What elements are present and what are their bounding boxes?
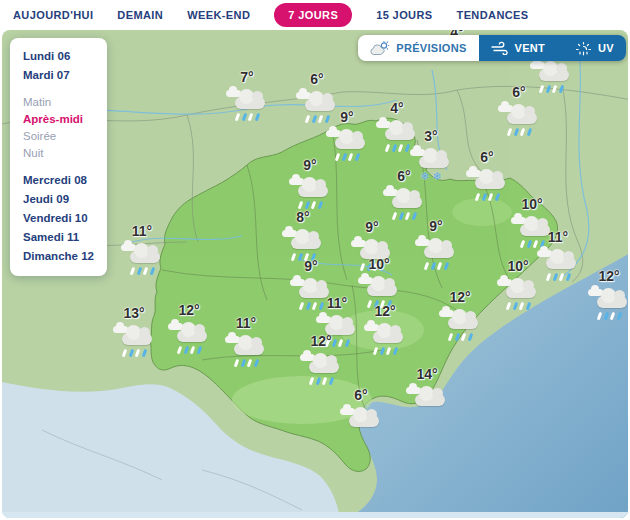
uv-button[interactable]: UV <box>561 35 626 61</box>
forecast-map[interactable]: Lundi 06Mardi 07MatinAprès-midiSoiréeNui… <box>2 30 628 518</box>
sidebar-period-apr-s-midi[interactable]: Après-midi <box>23 111 83 128</box>
sidebar-period-nuit[interactable]: Nuit <box>23 145 43 162</box>
sidebar-day-mardi-07[interactable]: Mardi 07 <box>23 66 70 85</box>
sidebar-day-vendredi-10[interactable]: Vendredi 10 <box>23 209 88 228</box>
map-bottom-edge <box>2 512 628 518</box>
period-nav: AUJOURD'HUIDEMAINWEEK-END7 JOURS15 JOURS… <box>0 0 630 30</box>
sidebar-period-matin[interactable]: Matin <box>23 94 51 111</box>
sidebar-day-mercredi-08[interactable]: Mercredi 08 <box>23 171 87 190</box>
nav-tab-15-jours[interactable]: 15 JOURS <box>376 5 432 25</box>
previsions-button[interactable]: PRÉVISIONS <box>358 35 478 61</box>
day-selector-panel: Lundi 06Mardi 07MatinAprès-midiSoiréeNui… <box>10 38 107 276</box>
vent-label: VENT <box>515 42 546 54</box>
previsions-label: PRÉVISIONS <box>396 42 466 54</box>
sidebar-day-jeudi-09[interactable]: Jeudi 09 <box>23 190 69 209</box>
nav-tab-tendances[interactable]: TENDANCES <box>457 5 529 25</box>
vent-button[interactable]: VENT <box>479 35 562 61</box>
nav-tab-week-end[interactable]: WEEK-END <box>187 5 250 25</box>
nav-tab-demain[interactable]: DEMAIN <box>117 5 163 25</box>
sidebar-day-samedi-11[interactable]: Samedi 11 <box>23 228 79 247</box>
uv-label: UV <box>598 42 614 54</box>
uv-sun-icon <box>575 41 592 56</box>
sidebar-day-dimanche-12[interactable]: Dimanche 12 <box>23 247 94 266</box>
sidebar-period-soir-e[interactable]: Soirée <box>23 128 56 145</box>
sidebar-day-lundi-06[interactable]: Lundi 06 <box>23 47 70 66</box>
view-toggle: PRÉVISIONS VENT UV <box>358 35 626 61</box>
wind-icon <box>491 41 509 55</box>
sun-cloud-icon <box>370 41 390 56</box>
nav-tab-aujourd-hui[interactable]: AUJOURD'HUI <box>13 5 93 25</box>
nav-tab-7-jours[interactable]: 7 JOURS <box>274 3 352 27</box>
